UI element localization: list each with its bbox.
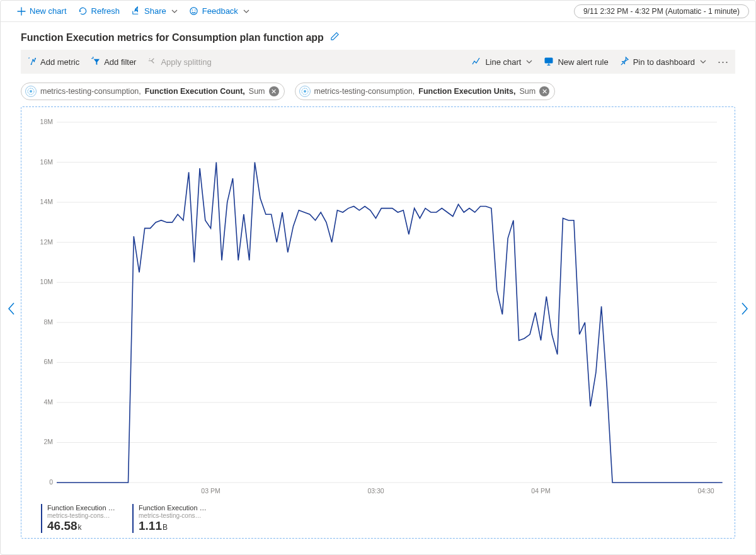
svg-text:10M: 10M	[40, 278, 53, 285]
chevron-down-icon	[700, 57, 706, 67]
chevron-down-icon	[243, 8, 249, 14]
chevron-down-icon	[526, 57, 532, 67]
svg-text:12M: 12M	[40, 238, 53, 246]
feedback-button[interactable]: Feedback	[189, 6, 249, 16]
chevron-left-icon	[7, 302, 16, 316]
chip-remove-button[interactable]: ✕	[539, 86, 549, 96]
legend-sub: metrics-testing-cons…	[47, 512, 120, 520]
add-metric-label: Add metric	[40, 57, 79, 67]
next-chart-button[interactable]	[740, 302, 749, 319]
refresh-button[interactable]: Refresh	[78, 6, 120, 16]
chart-toolbar: Add metric Add filter Apply splitting Li…	[21, 50, 735, 74]
new-chart-label: New chart	[30, 6, 67, 16]
legend-item[interactable]: Function Execution U… metrics-testing-co…	[132, 504, 211, 533]
chevron-right-icon	[740, 302, 749, 316]
svg-point-3	[31, 64, 32, 65]
legend-value: 46.58k	[47, 519, 120, 533]
smiley-icon	[189, 6, 198, 16]
pin-label: Pin to dashboard	[633, 57, 695, 67]
svg-rect-7	[545, 57, 553, 63]
chip-resource: metrics-testing-consumption,	[314, 87, 415, 96]
chart-title-row: Function Execution metrics for Consumpti…	[1, 22, 755, 50]
chip-agg: Sum	[519, 87, 536, 96]
svg-point-6	[35, 58, 36, 59]
prev-chart-button[interactable]	[7, 302, 16, 319]
resource-icon	[299, 86, 311, 97]
svg-point-2	[195, 9, 196, 11]
share-icon	[131, 6, 140, 16]
plus-icon	[17, 7, 26, 16]
svg-text:03:30: 03:30	[367, 487, 384, 495]
chart-type-button[interactable]: Line chart	[471, 56, 532, 68]
pin-icon	[620, 56, 629, 67]
svg-text:04:30: 04:30	[697, 487, 714, 495]
svg-text:14M: 14M	[40, 198, 53, 205]
chip-metric: Function Execution Units,	[418, 87, 515, 96]
svg-point-1	[192, 9, 193, 11]
add-filter-label: Add filter	[104, 57, 136, 67]
share-label: Share	[144, 6, 166, 16]
legend-name: Function Execution C…	[47, 504, 120, 512]
chart-type-label: Line chart	[485, 57, 521, 67]
timerange-label: 9/11 2:32 PM - 4:32 PM (Automatic - 1 mi…	[583, 7, 740, 16]
add-metric-button[interactable]: Add metric	[27, 56, 79, 67]
refresh-icon	[78, 6, 88, 16]
line-chart-icon	[471, 56, 481, 68]
legend-name: Function Execution U…	[139, 504, 211, 512]
page-title: Function Execution metrics for Consumpti…	[21, 32, 324, 43]
split-icon	[147, 56, 157, 67]
chip-agg: Sum	[249, 87, 265, 96]
add-filter-button[interactable]: Add filter	[91, 56, 136, 67]
svg-point-11	[304, 90, 306, 93]
line-chart-svg: 02M4M6M8M10M12M14M16M18M03 PM03:3004 PM0…	[25, 111, 730, 498]
metric-chips-row: metrics-testing-consumption, Function Ex…	[1, 74, 755, 106]
legend-item[interactable]: Function Execution C… metrics-testing-co…	[41, 504, 120, 533]
refresh-label: Refresh	[91, 6, 120, 16]
resource-icon	[25, 86, 37, 97]
chevron-down-icon	[171, 8, 178, 14]
metric-chip[interactable]: metrics-testing-consumption, Function Ex…	[295, 83, 556, 100]
metric-chip[interactable]: metrics-testing-consumption, Function Ex…	[21, 83, 285, 100]
more-icon: ···	[718, 55, 729, 69]
svg-text:16M: 16M	[40, 158, 53, 166]
svg-text:03 PM: 03 PM	[201, 487, 220, 495]
legend-sub: metrics-testing-cons…	[139, 512, 211, 520]
chip-remove-button[interactable]: ✕	[269, 86, 279, 96]
svg-text:0: 0	[49, 478, 53, 486]
chart-panel: 02M4M6M8M10M12M14M16M18M03 PM03:3004 PM0…	[21, 106, 735, 539]
svg-text:8M: 8M	[43, 318, 53, 326]
legend-color-bar	[132, 504, 134, 533]
pin-button[interactable]: Pin to dashboard	[620, 56, 706, 67]
new-alert-button[interactable]: New alert rule	[544, 57, 608, 67]
filter-icon	[91, 56, 100, 67]
new-alert-label: New alert rule	[558, 57, 608, 67]
svg-point-9	[30, 90, 32, 93]
share-button[interactable]: Share	[131, 6, 178, 16]
svg-point-0	[190, 8, 197, 14]
legend-row: Function Execution C… metrics-testing-co…	[25, 500, 731, 534]
top-toolbar: New chart Refresh Share Feedback	[1, 1, 755, 22]
svg-point-4	[32, 59, 33, 60]
svg-point-5	[33, 61, 35, 62]
app-window: New chart Refresh Share Feedback	[0, 0, 756, 555]
alert-icon	[544, 57, 554, 67]
svg-text:2M: 2M	[43, 438, 53, 445]
apply-splitting-label: Apply splitting	[161, 57, 211, 67]
apply-splitting-button: Apply splitting	[147, 56, 211, 67]
feedback-label: Feedback	[202, 6, 238, 16]
timerange-picker[interactable]: 9/11 2:32 PM - 4:32 PM (Automatic - 1 mi…	[574, 4, 749, 18]
legend-value: 1.11B	[139, 519, 211, 533]
legend-color-bar	[41, 504, 42, 533]
chip-resource: metrics-testing-consumption,	[40, 87, 141, 96]
more-button[interactable]: ···	[718, 55, 729, 69]
add-metric-icon	[27, 56, 37, 67]
svg-text:18M: 18M	[40, 118, 53, 125]
svg-text:6M: 6M	[43, 358, 53, 365]
svg-text:04 PM: 04 PM	[531, 487, 550, 495]
chart-plot-area[interactable]: 02M4M6M8M10M12M14M16M18M03 PM03:3004 PM0…	[25, 111, 731, 500]
svg-text:4M: 4M	[43, 398, 53, 406]
chip-metric: Function Execution Count,	[145, 87, 245, 96]
edit-icon[interactable]	[330, 31, 340, 43]
new-chart-button[interactable]: New chart	[17, 6, 67, 16]
